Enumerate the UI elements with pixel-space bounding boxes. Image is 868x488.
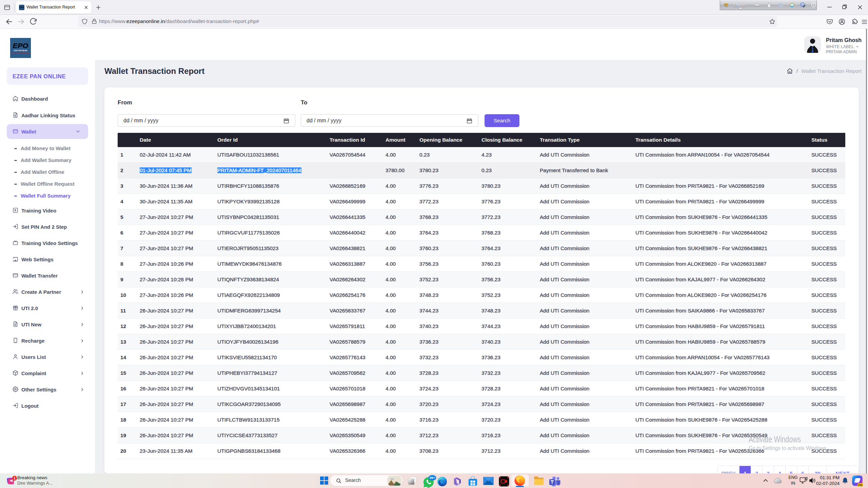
svg-text:1: 1	[14, 476, 16, 480]
svg-text:99+: 99+	[430, 476, 435, 480]
svg-text:PRE: PRE	[858, 484, 863, 486]
